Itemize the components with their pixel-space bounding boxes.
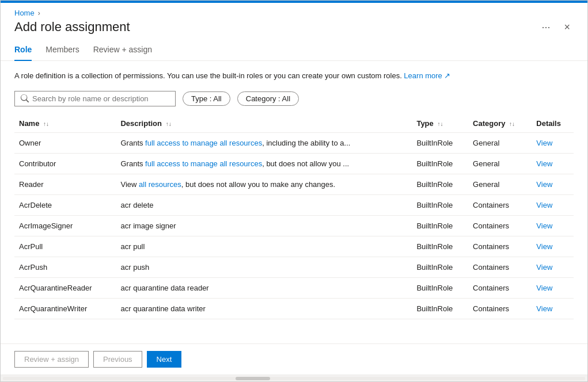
footer: Review + assign Previous Next xyxy=(1,343,587,375)
view-link[interactable]: View xyxy=(536,284,552,292)
header-actions: ··· × xyxy=(538,20,574,35)
horizontal-scrollbar[interactable] xyxy=(1,375,587,381)
type-sort-icon: ↑↓ xyxy=(437,121,443,127)
view-link[interactable]: View xyxy=(536,221,552,230)
col-description[interactable]: Description ↑↓ xyxy=(116,116,412,133)
view-link[interactable]: View xyxy=(536,242,552,251)
search-icon xyxy=(21,94,29,102)
search-box[interactable] xyxy=(14,91,176,106)
view-link[interactable]: View xyxy=(536,139,552,147)
cell-details: View xyxy=(532,194,574,215)
type-filter-pill[interactable]: Type : All xyxy=(183,91,230,106)
table-row: AcrImageSigneracr image signerBuiltInRol… xyxy=(14,215,574,236)
cell-name: AcrDelete xyxy=(14,194,116,215)
col-category[interactable]: Category ↑↓ xyxy=(468,116,532,133)
tab-role[interactable]: Role xyxy=(14,41,32,61)
cell-name: AcrPull xyxy=(14,236,116,257)
cell-type: BuiltInRole xyxy=(412,277,468,298)
cell-details: View xyxy=(532,153,574,174)
ellipsis-button[interactable]: ··· xyxy=(538,20,553,35)
table-row: OwnerGrants full access to manage all re… xyxy=(14,132,574,153)
cell-name: AcrPush xyxy=(14,257,116,277)
cell-category: General xyxy=(468,153,532,174)
view-link[interactable]: View xyxy=(536,159,552,168)
cell-details: View xyxy=(532,174,574,194)
tab-review-assign[interactable]: Review + assign xyxy=(93,41,152,61)
cell-name: AcrImageSigner xyxy=(14,215,116,236)
name-sort-icon: ↑↓ xyxy=(43,121,49,127)
next-button[interactable]: Next xyxy=(147,351,182,368)
cell-description: acr push xyxy=(116,257,412,277)
cell-name: Reader xyxy=(14,174,116,194)
filters-row: Type : All Category : All xyxy=(14,91,574,106)
view-link[interactable]: View xyxy=(536,201,552,209)
cell-category: Containers xyxy=(468,236,532,257)
close-button[interactable]: × xyxy=(560,21,574,33)
cell-description: acr delete xyxy=(116,194,412,215)
page-header: Add role assignment ··· × xyxy=(1,20,587,35)
cell-description: View all resources, but does not allow y… xyxy=(116,174,412,194)
table-row: AcrQuarantineWriteracr quarantine data w… xyxy=(14,298,574,319)
roles-table: Name ↑↓ Description ↑↓ Type ↑↓ Category … xyxy=(14,116,574,319)
previous-button[interactable]: Previous xyxy=(93,351,142,368)
table-row: ContributorGrants full access to manage … xyxy=(14,153,574,174)
cell-description: acr pull xyxy=(116,236,412,257)
breadcrumb: Home › xyxy=(1,3,587,20)
cell-name: Contributor xyxy=(14,153,116,174)
cell-details: View xyxy=(532,215,574,236)
table-row: AcrPushacr pushBuiltInRoleContainersView xyxy=(14,257,574,277)
cell-category: Containers xyxy=(468,298,532,319)
review-assign-button[interactable]: Review + assign xyxy=(14,351,89,368)
cell-type: BuiltInRole xyxy=(412,236,468,257)
table-row: AcrDeleteacr deleteBuiltInRoleContainers… xyxy=(14,194,574,215)
view-link[interactable]: View xyxy=(536,180,552,189)
cell-description: acr image signer xyxy=(116,215,412,236)
col-name[interactable]: Name ↑↓ xyxy=(14,116,116,133)
learn-more-link[interactable]: Learn more ↗ xyxy=(404,71,450,80)
cell-details: View xyxy=(532,236,574,257)
cell-description: acr quarantine data reader xyxy=(116,277,412,298)
cell-category: Containers xyxy=(468,215,532,236)
cell-type: BuiltInRole xyxy=(412,153,468,174)
cell-category: General xyxy=(468,132,532,153)
cell-type: BuiltInRole xyxy=(412,298,468,319)
cell-details: View xyxy=(532,257,574,277)
cell-description: acr quarantine data writer xyxy=(116,298,412,319)
table-header-row: Name ↑↓ Description ↑↓ Type ↑↓ Category … xyxy=(14,116,574,133)
cell-type: BuiltInRole xyxy=(412,194,468,215)
search-input[interactable] xyxy=(32,94,169,103)
view-link[interactable]: View xyxy=(536,263,552,272)
tabs-bar: Role Members Review + assign xyxy=(1,35,587,61)
description-sort-icon: ↑↓ xyxy=(166,121,172,127)
main-window: Home › Add role assignment ··· × Role Me… xyxy=(0,0,588,382)
cell-name: Owner xyxy=(14,132,116,153)
cell-type: BuiltInRole xyxy=(412,174,468,194)
cell-category: Containers xyxy=(468,257,532,277)
col-details: Details xyxy=(532,116,574,133)
cell-type: BuiltInRole xyxy=(412,215,468,236)
cell-name: AcrQuarantineReader xyxy=(14,277,116,298)
table-row: ReaderView all resources, but does not a… xyxy=(14,174,574,194)
table-row: AcrPullacr pullBuiltInRoleContainersView xyxy=(14,236,574,257)
page-title: Add role assignment xyxy=(14,20,130,35)
cell-description: Grants full access to manage all resourc… xyxy=(116,153,412,174)
cell-category: Containers xyxy=(468,194,532,215)
cell-category: General xyxy=(468,174,532,194)
description-text: A role definition is a collection of per… xyxy=(14,70,574,82)
breadcrumb-separator: › xyxy=(38,9,40,17)
category-sort-icon: ↑↓ xyxy=(509,121,515,127)
cell-details: View xyxy=(532,277,574,298)
cell-description: Grants full access to manage all resourc… xyxy=(116,132,412,153)
tab-members[interactable]: Members xyxy=(45,41,79,61)
cell-details: View xyxy=(532,132,574,153)
cell-type: BuiltInRole xyxy=(412,132,468,153)
cell-type: BuiltInRole xyxy=(412,257,468,277)
category-filter-pill[interactable]: Category : All xyxy=(237,91,299,106)
breadcrumb-home-link[interactable]: Home xyxy=(14,9,35,17)
cell-category: Containers xyxy=(468,277,532,298)
content-area: A role definition is a collection of per… xyxy=(1,61,587,343)
col-type[interactable]: Type ↑↓ xyxy=(412,116,468,133)
view-link[interactable]: View xyxy=(536,304,552,313)
table-row: AcrQuarantineReaderacr quarantine data r… xyxy=(14,277,574,298)
cell-details: View xyxy=(532,298,574,319)
